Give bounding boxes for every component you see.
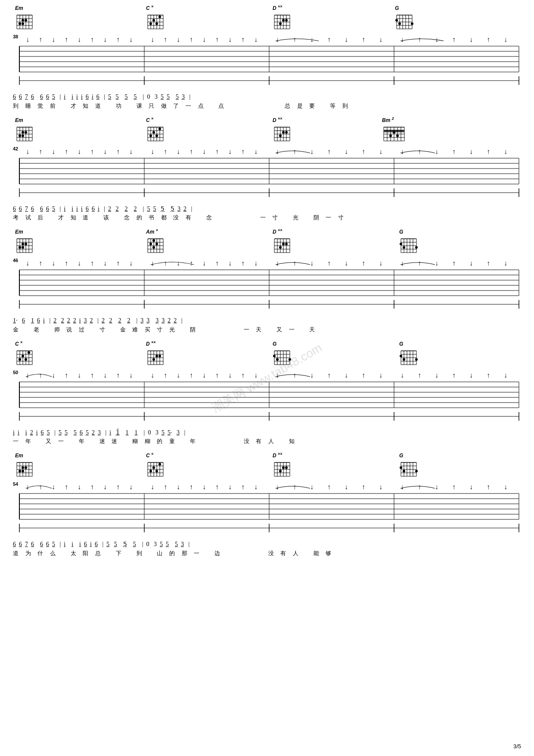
staff-38: 38 ↓ ↑ ↓ ↑ ↓ ↑ bbox=[13, 33, 521, 91]
svg-text:↑: ↑ bbox=[215, 372, 219, 379]
svg-point-368 bbox=[289, 358, 291, 361]
svg-text:↓: ↓ bbox=[177, 259, 180, 267]
svg-text:↑: ↑ bbox=[116, 259, 120, 267]
svg-text:↑: ↑ bbox=[241, 36, 245, 43]
chord-diagram-em-2 bbox=[15, 124, 34, 142]
tab-staff-svg-54: 54 ↓ ↑ ↓ ↑ ↓ ↑ ↓ ↑ ↓ bbox=[13, 481, 521, 537]
svg-text:↓: ↓ bbox=[228, 259, 232, 267]
svg-point-120 bbox=[25, 131, 27, 134]
svg-text:↑: ↑ bbox=[90, 36, 94, 43]
chord-em-3: Em bbox=[15, 229, 34, 255]
svg-text:↑: ↑ bbox=[327, 36, 331, 43]
svg-point-367 bbox=[276, 358, 279, 361]
chord-d-5: D ×× bbox=[273, 452, 292, 479]
svg-text:↓: ↓ bbox=[435, 372, 438, 379]
svg-text:↓: ↓ bbox=[52, 372, 55, 379]
svg-text:↓: ↓ bbox=[504, 259, 507, 267]
svg-text:↑: ↑ bbox=[452, 259, 456, 267]
svg-text:↓: ↓ bbox=[310, 259, 314, 267]
svg-point-137 bbox=[155, 134, 158, 137]
svg-point-490 bbox=[415, 470, 418, 472]
svg-text:↓: ↓ bbox=[78, 372, 81, 379]
svg-text:↑: ↑ bbox=[487, 483, 490, 490]
svg-text:↓: ↓ bbox=[469, 483, 473, 490]
svg-text:↓: ↓ bbox=[202, 148, 206, 155]
svg-text:↓: ↓ bbox=[435, 483, 438, 490]
svg-text:↓: ↓ bbox=[202, 259, 206, 267]
svg-text:↓: ↓ bbox=[310, 372, 314, 379]
svg-text:↓: ↓ bbox=[276, 483, 279, 490]
svg-text:↓: ↓ bbox=[276, 148, 279, 155]
svg-text:↑: ↑ bbox=[362, 259, 365, 267]
section-46: Em bbox=[13, 228, 521, 334]
svg-point-459 bbox=[158, 463, 161, 465]
svg-point-135 bbox=[152, 131, 155, 134]
section-42: Em bbox=[13, 116, 521, 222]
svg-text:↑: ↑ bbox=[65, 483, 68, 490]
svg-text:↓: ↓ bbox=[103, 483, 107, 490]
svg-point-121 bbox=[19, 134, 21, 137]
svg-point-340 bbox=[25, 358, 27, 361]
svg-text:↑: ↑ bbox=[65, 372, 68, 379]
svg-text:↑: ↑ bbox=[164, 259, 167, 267]
svg-point-27 bbox=[152, 19, 155, 22]
svg-text:↑: ↑ bbox=[39, 372, 42, 379]
svg-point-230 bbox=[25, 243, 27, 245]
svg-text:↑: ↑ bbox=[116, 372, 120, 379]
svg-text:↑: ↑ bbox=[452, 36, 456, 43]
chord-diagram-d-2 bbox=[273, 124, 292, 142]
svg-text:↑: ↑ bbox=[241, 148, 245, 155]
svg-text:↑: ↑ bbox=[164, 36, 167, 43]
svg-text:↑: ↑ bbox=[65, 259, 68, 267]
chord-g-3: G bbox=[399, 229, 418, 255]
svg-text:↓: ↓ bbox=[400, 372, 404, 379]
svg-point-134 bbox=[158, 128, 161, 130]
svg-text:↓: ↓ bbox=[345, 148, 348, 155]
staff-46: 46 ↓ ↑ ↓ ↑ ↓ ↑ ↓ ↑ ↓ bbox=[13, 257, 521, 315]
chord-row-42: Em bbox=[13, 116, 521, 144]
chord-g-1: G bbox=[395, 5, 414, 31]
svg-text:↑: ↑ bbox=[241, 259, 245, 267]
svg-text:↑: ↑ bbox=[39, 36, 42, 43]
svg-point-151 bbox=[279, 134, 282, 137]
section-50: C × bbox=[13, 340, 521, 446]
svg-text:↓: ↓ bbox=[379, 148, 382, 155]
chord-diagram-g-4 bbox=[273, 347, 292, 366]
svg-text:↓: ↓ bbox=[435, 148, 438, 155]
chord-diagram-em-4 bbox=[15, 459, 34, 477]
svg-point-13 bbox=[19, 22, 21, 25]
svg-point-338 bbox=[22, 355, 24, 357]
svg-text:↓: ↓ bbox=[129, 148, 133, 155]
svg-point-11 bbox=[22, 19, 24, 22]
svg-text:↓: ↓ bbox=[78, 36, 81, 43]
svg-point-460 bbox=[152, 466, 155, 469]
svg-text:42: 42 bbox=[13, 146, 18, 151]
svg-text:↓: ↓ bbox=[129, 259, 133, 267]
chord-d-3: D ×× bbox=[273, 228, 292, 255]
svg-text:↑: ↑ bbox=[418, 259, 421, 267]
svg-text:↑: ↑ bbox=[189, 148, 193, 155]
svg-text:↓: ↓ bbox=[379, 259, 382, 267]
chord-c-1: C × bbox=[146, 4, 165, 31]
svg-text:↓: ↓ bbox=[310, 483, 314, 490]
svg-point-245 bbox=[149, 243, 152, 245]
svg-text:↓: ↓ bbox=[202, 36, 206, 43]
chord-g-4: G bbox=[273, 341, 292, 367]
svg-text:↓: ↓ bbox=[52, 36, 55, 43]
svg-text:↓: ↓ bbox=[228, 148, 232, 155]
svg-point-381 bbox=[403, 358, 405, 361]
chord-row-38: Em bbox=[13, 4, 521, 31]
svg-text:↓: ↓ bbox=[469, 36, 473, 43]
svg-text:↓: ↓ bbox=[103, 372, 107, 379]
svg-text:↑: ↑ bbox=[90, 148, 94, 155]
svg-point-14 bbox=[22, 22, 24, 25]
svg-point-150 bbox=[285, 131, 288, 134]
chord-diagram-d-4 bbox=[146, 347, 165, 366]
svg-point-41 bbox=[282, 19, 285, 22]
svg-text:↑: ↑ bbox=[189, 372, 193, 379]
svg-text:↓: ↓ bbox=[400, 259, 404, 267]
svg-text:↑: ↑ bbox=[189, 36, 193, 43]
svg-text:↓: ↓ bbox=[504, 148, 507, 155]
svg-text:↓: ↓ bbox=[504, 372, 507, 379]
svg-text:↓: ↓ bbox=[151, 372, 154, 379]
